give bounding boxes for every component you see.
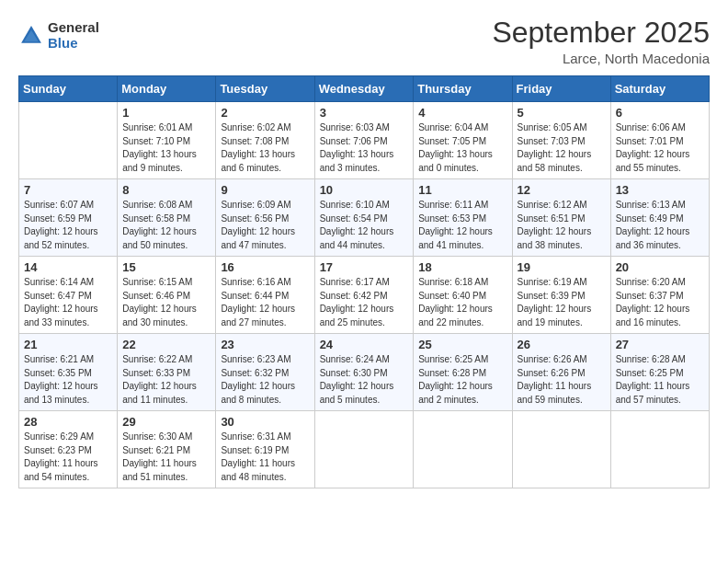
day-number: 6 xyxy=(616,106,704,120)
calendar-cell: 22Sunrise: 6:22 AMSunset: 6:33 PMDayligh… xyxy=(118,334,216,411)
day-number: 12 xyxy=(518,183,606,197)
title-block: September 2025 Larce, North Macedonia xyxy=(492,17,710,66)
day-number: 15 xyxy=(122,260,210,274)
day-number: 18 xyxy=(418,260,506,274)
day-number: 14 xyxy=(24,260,112,274)
th-saturday: Saturday xyxy=(610,76,709,102)
calendar-cell: 23Sunrise: 6:23 AMSunset: 6:32 PMDayligh… xyxy=(216,334,314,411)
calendar-cell xyxy=(610,411,709,488)
day-info: Sunrise: 6:07 AMSunset: 6:59 PMDaylight:… xyxy=(24,199,112,252)
calendar-cell: 2Sunrise: 6:02 AMSunset: 7:08 PMDaylight… xyxy=(216,102,314,179)
calendar-cell: 14Sunrise: 6:14 AMSunset: 6:47 PMDayligh… xyxy=(19,257,118,334)
day-info: Sunrise: 6:14 AMSunset: 6:47 PMDaylight:… xyxy=(24,276,112,329)
day-info: Sunrise: 6:24 AMSunset: 6:30 PMDaylight:… xyxy=(320,353,409,407)
day-info: Sunrise: 6:01 AMSunset: 7:10 PMDaylight:… xyxy=(122,121,210,175)
month-title: September 2025 xyxy=(492,17,710,49)
calendar-cell: 12Sunrise: 6:12 AMSunset: 6:51 PMDayligh… xyxy=(512,179,610,257)
calendar-cell: 8Sunrise: 6:08 AMSunset: 6:58 PMDaylight… xyxy=(118,179,216,257)
calendar-cell: 9Sunrise: 6:09 AMSunset: 6:56 PMDaylight… xyxy=(216,179,314,257)
day-number: 30 xyxy=(221,415,309,429)
calendar-cell: 16Sunrise: 6:16 AMSunset: 6:44 PMDayligh… xyxy=(216,257,314,334)
th-friday: Friday xyxy=(512,76,610,102)
logo-general-text: General xyxy=(48,20,99,36)
calendar-cell: 29Sunrise: 6:30 AMSunset: 6:21 PMDayligh… xyxy=(118,411,216,488)
calendar-week-row: 7Sunrise: 6:07 AMSunset: 6:59 PMDaylight… xyxy=(19,179,710,257)
calendar-cell xyxy=(19,102,118,179)
day-info: Sunrise: 6:15 AMSunset: 6:46 PMDaylight:… xyxy=(122,276,210,329)
day-number: 21 xyxy=(24,338,112,351)
weekday-header-row: Sunday Monday Tuesday Wednesday Thursday… xyxy=(19,76,710,102)
logo-blue-text: Blue xyxy=(48,36,99,52)
day-info: Sunrise: 6:10 AMSunset: 6:54 PMDaylight:… xyxy=(320,199,409,252)
day-info: Sunrise: 6:09 AMSunset: 6:56 PMDaylight:… xyxy=(221,199,309,252)
day-number: 8 xyxy=(122,183,210,197)
day-info: Sunrise: 6:11 AMSunset: 6:53 PMDaylight:… xyxy=(418,199,506,252)
day-number: 5 xyxy=(518,106,606,120)
calendar-cell: 27Sunrise: 6:28 AMSunset: 6:25 PMDayligh… xyxy=(610,334,709,411)
calendar-cell: 1Sunrise: 6:01 AMSunset: 7:10 PMDaylight… xyxy=(118,102,216,179)
calendar-cell: 24Sunrise: 6:24 AMSunset: 6:30 PMDayligh… xyxy=(314,334,414,411)
logo: General Blue xyxy=(18,20,99,51)
day-info: Sunrise: 6:28 AMSunset: 6:25 PMDaylight:… xyxy=(616,353,704,407)
day-number: 25 xyxy=(418,338,506,351)
day-info: Sunrise: 6:05 AMSunset: 7:03 PMDaylight:… xyxy=(518,121,606,175)
day-number: 9 xyxy=(221,183,309,197)
day-number: 17 xyxy=(320,260,409,274)
day-info: Sunrise: 6:06 AMSunset: 7:01 PMDaylight:… xyxy=(616,121,704,175)
calendar-cell: 7Sunrise: 6:07 AMSunset: 6:59 PMDaylight… xyxy=(19,179,118,257)
day-number: 29 xyxy=(122,415,210,429)
th-sunday: Sunday xyxy=(19,76,118,102)
calendar-cell: 17Sunrise: 6:17 AMSunset: 6:42 PMDayligh… xyxy=(314,257,414,334)
day-info: Sunrise: 6:25 AMSunset: 6:28 PMDaylight:… xyxy=(418,353,506,407)
th-thursday: Thursday xyxy=(414,76,512,102)
location-title: Larce, North Macedonia xyxy=(492,51,710,66)
calendar-week-row: 14Sunrise: 6:14 AMSunset: 6:47 PMDayligh… xyxy=(19,257,710,334)
calendar-cell: 26Sunrise: 6:26 AMSunset: 6:26 PMDayligh… xyxy=(512,334,610,411)
day-number: 7 xyxy=(24,183,112,197)
calendar-cell: 15Sunrise: 6:15 AMSunset: 6:46 PMDayligh… xyxy=(118,257,216,334)
day-info: Sunrise: 6:18 AMSunset: 6:40 PMDaylight:… xyxy=(418,276,506,329)
day-info: Sunrise: 6:02 AMSunset: 7:08 PMDaylight:… xyxy=(221,121,309,175)
day-number: 4 xyxy=(418,106,506,120)
day-info: Sunrise: 6:08 AMSunset: 6:58 PMDaylight:… xyxy=(122,199,210,252)
calendar-cell: 6Sunrise: 6:06 AMSunset: 7:01 PMDaylight… xyxy=(610,102,709,179)
day-info: Sunrise: 6:19 AMSunset: 6:39 PMDaylight:… xyxy=(518,276,606,329)
day-info: Sunrise: 6:30 AMSunset: 6:21 PMDaylight:… xyxy=(122,431,210,484)
day-info: Sunrise: 6:13 AMSunset: 6:49 PMDaylight:… xyxy=(616,199,704,252)
calendar-cell: 4Sunrise: 6:04 AMSunset: 7:05 PMDaylight… xyxy=(414,102,512,179)
calendar-cell: 28Sunrise: 6:29 AMSunset: 6:23 PMDayligh… xyxy=(19,411,118,488)
calendar-cell: 10Sunrise: 6:10 AMSunset: 6:54 PMDayligh… xyxy=(314,179,414,257)
th-monday: Monday xyxy=(118,76,216,102)
day-number: 27 xyxy=(616,338,704,351)
day-info: Sunrise: 6:20 AMSunset: 6:37 PMDaylight:… xyxy=(616,276,704,329)
day-info: Sunrise: 6:26 AMSunset: 6:26 PMDaylight:… xyxy=(518,353,606,407)
calendar-cell xyxy=(512,411,610,488)
day-number: 2 xyxy=(221,106,309,120)
day-number: 16 xyxy=(221,260,309,274)
calendar-cell xyxy=(414,411,512,488)
day-info: Sunrise: 6:31 AMSunset: 6:19 PMDaylight:… xyxy=(221,431,309,484)
calendar-week-row: 21Sunrise: 6:21 AMSunset: 6:35 PMDayligh… xyxy=(19,334,710,411)
calendar-table: Sunday Monday Tuesday Wednesday Thursday… xyxy=(18,75,710,488)
th-tuesday: Tuesday xyxy=(216,76,314,102)
calendar-cell: 11Sunrise: 6:11 AMSunset: 6:53 PMDayligh… xyxy=(414,179,512,257)
day-number: 10 xyxy=(320,183,409,197)
day-number: 22 xyxy=(122,338,210,351)
calendar-cell: 21Sunrise: 6:21 AMSunset: 6:35 PMDayligh… xyxy=(19,334,118,411)
logo-icon xyxy=(18,23,44,49)
day-info: Sunrise: 6:22 AMSunset: 6:33 PMDaylight:… xyxy=(122,353,210,407)
calendar-cell: 20Sunrise: 6:20 AMSunset: 6:37 PMDayligh… xyxy=(610,257,709,334)
calendar-cell: 3Sunrise: 6:03 AMSunset: 7:06 PMDaylight… xyxy=(314,102,414,179)
day-number: 28 xyxy=(24,415,112,429)
calendar-cell: 19Sunrise: 6:19 AMSunset: 6:39 PMDayligh… xyxy=(512,257,610,334)
day-info: Sunrise: 6:23 AMSunset: 6:32 PMDaylight:… xyxy=(221,353,309,407)
day-number: 11 xyxy=(418,183,506,197)
day-info: Sunrise: 6:04 AMSunset: 7:05 PMDaylight:… xyxy=(418,121,506,175)
day-number: 20 xyxy=(616,260,704,274)
calendar-cell: 25Sunrise: 6:25 AMSunset: 6:28 PMDayligh… xyxy=(414,334,512,411)
calendar-cell xyxy=(314,411,414,488)
day-info: Sunrise: 6:16 AMSunset: 6:44 PMDaylight:… xyxy=(221,276,309,329)
day-info: Sunrise: 6:03 AMSunset: 7:06 PMDaylight:… xyxy=(320,121,409,175)
calendar-cell: 30Sunrise: 6:31 AMSunset: 6:19 PMDayligh… xyxy=(216,411,314,488)
day-number: 3 xyxy=(320,106,409,120)
